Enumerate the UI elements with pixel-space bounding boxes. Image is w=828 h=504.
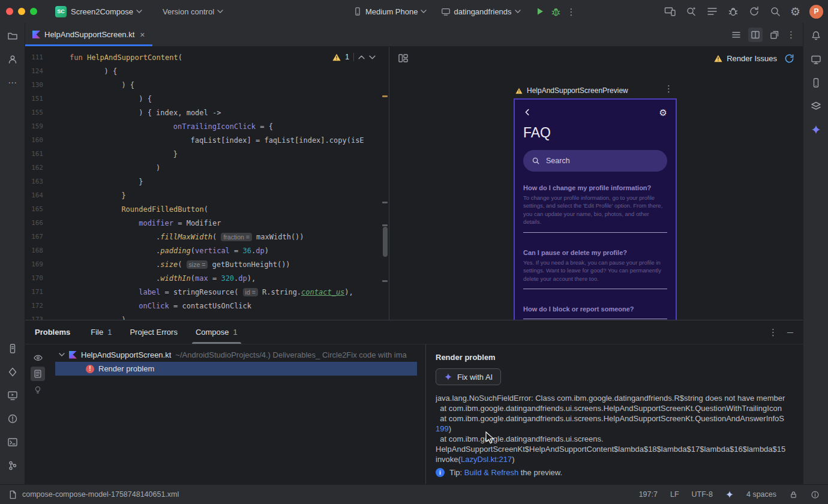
panel-title[interactable]: Problems xyxy=(35,328,70,337)
hide-panel-button[interactable]: ─ xyxy=(787,328,793,337)
project-button[interactable] xyxy=(4,28,21,44)
code-line-159[interactable]: 159onTrailingIconClick = { xyxy=(25,119,389,133)
code-editor[interactable]: 111fun HelpAndSupportContent(124) {130) … xyxy=(25,47,389,320)
terminal-button[interactable] xyxy=(4,434,21,451)
commit-button[interactable] xyxy=(4,51,21,68)
split-editor-button[interactable] xyxy=(748,28,763,42)
ai-status-icon[interactable] xyxy=(725,490,734,499)
run-config-selector[interactable]: datingandfriends xyxy=(441,7,520,16)
preview-canvas[interactable]: HelpAndSupportScreenPreview ⋮ ⚙ FAQ Sear… xyxy=(389,70,803,320)
faq-item[interactable]: How do I change my profile information?T… xyxy=(523,184,667,233)
code-line-171[interactable]: 171label = stringResource( id = R.string… xyxy=(25,285,389,299)
editor-options-button[interactable]: ⋮ xyxy=(787,30,796,39)
stack-link[interactable]: LazyDsl.kt:217 xyxy=(461,455,512,464)
settings-gear-icon[interactable]: ⚙ xyxy=(659,108,667,117)
resource-manager-button[interactable] xyxy=(808,98,824,115)
device-selector[interactable]: Medium Phone xyxy=(353,7,427,16)
ai-search-icon[interactable] xyxy=(685,5,697,17)
code-line-163[interactable]: 163} xyxy=(25,175,389,188)
editor-list-button[interactable] xyxy=(729,28,743,42)
close-tab-icon[interactable]: × xyxy=(140,31,145,39)
code-line-172[interactable]: 172onClick = contactUsOnClick xyxy=(25,299,389,313)
next-issue-icon[interactable] xyxy=(369,55,376,59)
search-bar[interactable]: Search xyxy=(523,150,667,172)
file-encoding[interactable]: UTF-8 xyxy=(692,490,713,499)
code-line-168[interactable]: 168.padding(vertical = 36.dp) xyxy=(25,244,389,257)
code-line-155[interactable]: 155) { index, model -> xyxy=(25,106,389,119)
stack-link[interactable]: 199 xyxy=(436,424,449,433)
code-line-164[interactable]: 164} xyxy=(25,188,389,202)
version-control-button[interactable] xyxy=(4,457,21,474)
code-line-170[interactable]: 170.widthIn(max = 320.dp), xyxy=(25,271,389,285)
phone-preview[interactable]: ⚙ FAQ Search How do I change my profile … xyxy=(514,98,677,320)
code-line-166[interactable]: 166modifier = Modifier xyxy=(25,216,389,230)
settings-gear-icon[interactable]: ⚙ xyxy=(790,6,800,17)
chevron-down-icon[interactable] xyxy=(59,353,65,356)
view-options-eye-button[interactable] xyxy=(31,350,45,365)
gemini-button[interactable] xyxy=(808,121,824,138)
device-streaming-button[interactable] xyxy=(808,51,824,68)
editor-scrollbar[interactable] xyxy=(383,227,388,257)
vcs-selector[interactable]: Version control xyxy=(163,7,223,16)
debug-button[interactable] xyxy=(551,7,561,17)
render-problem-item[interactable]: ! Render problem xyxy=(55,362,417,376)
profiler-bug-icon[interactable] xyxy=(727,5,739,17)
prev-issue-icon[interactable] xyxy=(358,55,365,59)
code-line-167[interactable]: 167.fillMaxWidth( fraction = maxWidth()) xyxy=(25,230,389,244)
refresh-preview-icon[interactable] xyxy=(784,53,794,64)
line-separator[interactable]: LF xyxy=(670,490,679,499)
build-variants-button[interactable] xyxy=(4,364,21,380)
notifications-bell-button[interactable] xyxy=(808,28,824,44)
more-run-options-button[interactable]: ⋮ xyxy=(567,7,576,16)
problems-button[interactable] xyxy=(4,410,21,427)
preview-source-button[interactable] xyxy=(31,367,45,381)
panel-options-button[interactable]: ⋮ xyxy=(769,328,778,337)
indent-config[interactable]: 4 spaces xyxy=(746,490,776,499)
run-button[interactable] xyxy=(535,7,545,16)
gradle-sync-icon[interactable] xyxy=(748,5,760,17)
warning-stripe-mark[interactable] xyxy=(382,95,388,97)
structure-icon[interactable] xyxy=(706,5,718,17)
profile-avatar[interactable]: P xyxy=(809,5,823,19)
quickfix-bulb-button[interactable] xyxy=(31,383,45,397)
code-line-124[interactable]: 124) { xyxy=(25,64,389,78)
detach-editor-button[interactable] xyxy=(767,28,782,42)
preview-name-row[interactable]: HelpAndSupportScreenPreview xyxy=(515,86,628,95)
ui-check-grid-icon[interactable] xyxy=(398,53,409,64)
build-refresh-link[interactable]: Build & Refresh xyxy=(464,468,518,477)
preview-options-button[interactable]: ⋮ xyxy=(664,84,673,93)
problem-file-row[interactable]: HelpAndSupportScreen.kt ~/AndroidStudioP… xyxy=(50,347,425,362)
code-line-130[interactable]: 130) { xyxy=(25,78,389,92)
status-info-icon[interactable] xyxy=(811,490,820,499)
code-line-151[interactable]: 151) { xyxy=(25,92,389,106)
search-icon[interactable] xyxy=(769,5,781,17)
code-line-169[interactable]: 169.size( size = getButtonHeight()) xyxy=(25,257,389,271)
logcat-button[interactable] xyxy=(4,340,21,357)
close-window-button[interactable] xyxy=(6,8,13,15)
code-line-161[interactable]: 161} xyxy=(25,147,389,161)
status-file[interactable]: compose-compose-model-1758748140651.xml xyxy=(8,490,179,499)
device-manager-button[interactable] xyxy=(808,74,824,91)
faq-item[interactable]: How do I block or report someone? xyxy=(523,305,667,319)
inspection-widget[interactable]: 1 xyxy=(330,52,378,62)
stripe-mark[interactable] xyxy=(382,224,388,226)
stripe-mark[interactable] xyxy=(382,202,388,203)
minimize-window-button[interactable] xyxy=(18,8,25,15)
running-devices-button[interactable] xyxy=(4,387,21,404)
device-mirror-icon[interactable] xyxy=(664,5,676,17)
render-issues-label[interactable]: Render Issues xyxy=(727,54,777,63)
code-line-160[interactable]: 160faqList[index] = faqList[index].copy(… xyxy=(25,133,389,147)
tab-project-errors[interactable]: Project Errors xyxy=(130,320,177,344)
stripe-mark[interactable] xyxy=(382,280,388,282)
lock-icon[interactable] xyxy=(789,490,798,499)
editor-tab[interactable]: HelpAndSupportScreen.kt × xyxy=(25,23,152,46)
tab-file[interactable]: File1 xyxy=(91,320,112,344)
code-line-162[interactable]: 162) xyxy=(25,161,389,175)
more-tool-windows-button[interactable]: ⋯ xyxy=(4,74,21,91)
project-selector[interactable]: Screen2Compose xyxy=(71,7,142,16)
zoom-window-button[interactable] xyxy=(30,8,37,15)
faq-item[interactable]: Can I pause or delete my profile?Yes. If… xyxy=(523,249,667,289)
tab-compose[interactable]: Compose1 xyxy=(196,320,238,344)
code-line-165[interactable]: 165RoundedFilledButton( xyxy=(25,202,389,216)
code-line-173[interactable]: 173) xyxy=(25,313,389,320)
